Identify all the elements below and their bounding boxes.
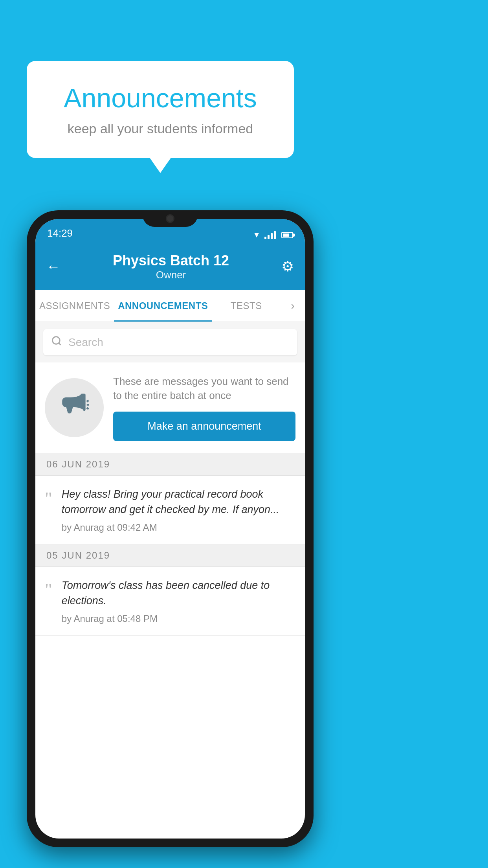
announcement-meta-0: by Anurag at 09:42 AM (62, 522, 295, 533)
gear-icon[interactable]: ⚙ (281, 258, 294, 275)
megaphone-circle (45, 378, 104, 437)
make-announcement-button[interactable]: Make an announcement (113, 412, 295, 441)
status-time: 14:29 (47, 227, 73, 239)
signal-icon (264, 231, 276, 239)
phone: 14:29 ▼ (27, 210, 314, 847)
announcement-content-0: Hey class! Bring your practical record b… (62, 487, 295, 533)
quote-icon-0: " (45, 490, 52, 508)
svg-line-1 (59, 343, 61, 345)
tab-assignments[interactable]: ASSIGNMENTS (35, 290, 114, 322)
announcement-content-1: Tomorrow's class has been cancelled due … (62, 578, 295, 624)
battery-fill (283, 234, 289, 237)
header-title: Physics Batch 12 (113, 252, 229, 269)
search-container: Search (35, 322, 305, 362)
announcement-item-0[interactable]: " Hey class! Bring your practical record… (35, 476, 305, 544)
status-icons: ▼ (253, 230, 293, 239)
announcement-item-1[interactable]: " Tomorrow's class has been cancelled du… (35, 567, 305, 636)
tab-more[interactable]: › (281, 300, 305, 312)
tabs-container: ASSIGNMENTS ANNOUNCEMENTS TESTS › (35, 290, 305, 322)
search-icon (51, 335, 62, 349)
announcement-prompt: These are messages you want to send to t… (35, 362, 305, 453)
bubble-card: Announcements keep all your students inf… (27, 61, 294, 158)
bubble-subtitle: keep all your students informed (46, 121, 274, 136)
app-header: ← Physics Batch 12 Owner ⚙ (35, 243, 305, 290)
search-input-placeholder: Search (68, 336, 103, 349)
bubble-title: Announcements (46, 83, 274, 113)
date-separator-1: 05 JUN 2019 (35, 544, 305, 567)
header-title-container: Physics Batch 12 Owner (113, 252, 229, 281)
tab-announcements[interactable]: ANNOUNCEMENTS (114, 290, 212, 322)
tab-tests[interactable]: TESTS (212, 290, 281, 322)
announcement-right: These are messages you want to send to t… (113, 374, 295, 441)
announcement-text-1: Tomorrow's class has been cancelled due … (62, 578, 295, 609)
announcement-meta-1: by Anurag at 05:48 PM (62, 613, 295, 624)
phone-camera (166, 214, 174, 223)
battery-icon (281, 232, 293, 238)
megaphone-icon (60, 390, 89, 425)
date-separator-0: 06 JUN 2019 (35, 453, 305, 476)
svg-point-0 (53, 337, 60, 344)
phone-screen: 14:29 ▼ (35, 219, 305, 839)
header-subtitle: Owner (113, 269, 229, 281)
phone-outer: 14:29 ▼ (27, 210, 314, 847)
announcement-text-0: Hey class! Bring your practical record b… (62, 487, 295, 517)
phone-notch (143, 210, 198, 227)
quote-icon-1: " (45, 581, 52, 599)
wifi-icon: ▼ (253, 230, 261, 239)
speech-bubble: Announcements keep all your students inf… (27, 61, 294, 158)
announcement-desc: These are messages you want to send to t… (113, 374, 295, 403)
back-button[interactable]: ← (46, 258, 61, 275)
search-bar[interactable]: Search (43, 329, 297, 355)
